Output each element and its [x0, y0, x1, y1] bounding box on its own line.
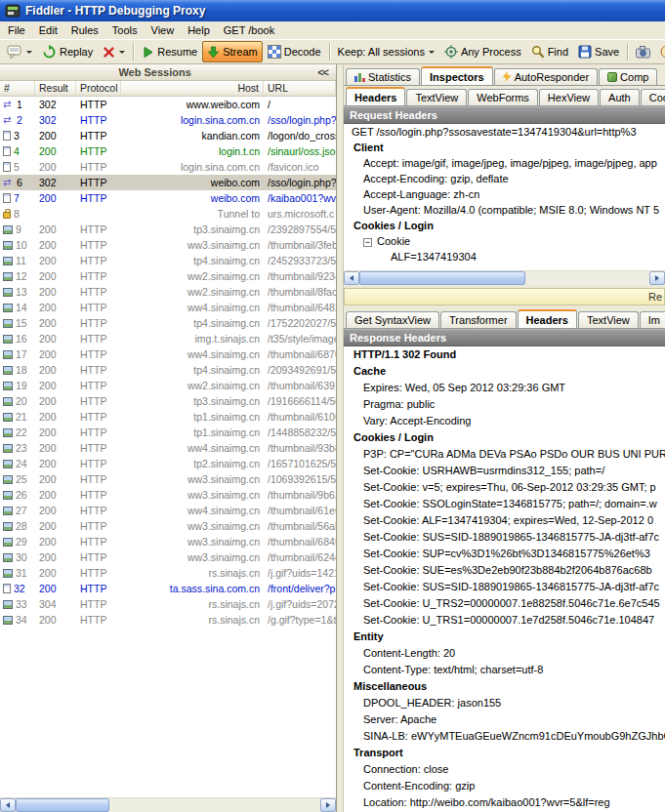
scroll-left-button[interactable]: [0, 798, 16, 812]
session-row[interactable]: 14200HTTPww4.sinaimg.cn/thumbnail/6482: [0, 300, 336, 315]
response-tab-headers[interactable]: Headers: [518, 309, 577, 329]
menu-view[interactable]: View: [145, 22, 182, 38]
tab-inspectors[interactable]: Inspectors: [421, 66, 493, 86]
scroll-track[interactable]: [109, 798, 320, 812]
request-header-line[interactable]: Accept-Language: zh-cn: [344, 186, 665, 202]
response-header-line[interactable]: Content-Length: 20: [344, 645, 665, 662]
keep-sessions-dropdown[interactable]: Keep: All sessions: [333, 41, 439, 62]
sessions-hscrollbar[interactable]: [0, 797, 336, 812]
response-header-line[interactable]: Set-Cookie: SUE=es%3De2eb90f23b884b2f206…: [344, 562, 665, 579]
comment-button[interactable]: [2, 41, 37, 62]
response-header-line[interactable]: SINA-LB: eWYyMTEuaGEueWZncm91cDEuYmoubG9…: [344, 728, 665, 745]
menu-get-book[interactable]: GET /book: [217, 22, 281, 38]
tab-autoresponder[interactable]: AutoResponder: [494, 68, 598, 85]
session-row[interactable]: 26200HTTPww3.sinaimg.cn/thumbnail/9b62: [0, 487, 336, 503]
request-tab-textview[interactable]: TextView: [406, 89, 467, 105]
session-row[interactable]: 12200HTTPww2.sinaimg.cn/thumbnail/9234: [0, 268, 336, 284]
tab-comp[interactable]: Comp: [599, 68, 657, 85]
request-header-line[interactable]: Accept-Encoding: gzip, deflate: [344, 171, 665, 186]
response-tab-transformer[interactable]: Transformer: [440, 311, 517, 328]
response-header-line[interactable]: Connection: close: [344, 761, 665, 778]
session-row[interactable]: 7200HTTPweibo.com/kaibao001?wvr=: [0, 190, 336, 206]
menu-edit[interactable]: Edit: [32, 22, 64, 38]
session-row[interactable]: 10200HTTPww3.sinaimg.cn/thumbnail/3feb: [0, 237, 336, 253]
response-header-line[interactable]: Location: http://weibo.com/kaibao001?wvr…: [344, 794, 665, 811]
screenshot-button[interactable]: [631, 41, 655, 62]
column-header-protocol[interactable]: Protocol: [76, 81, 121, 96]
session-row[interactable]: 28200HTTPww3.sinaimg.cn/thumbnail/56ab: [0, 518, 336, 534]
response-header-line[interactable]: Set-Cookie: SUP=cv%3D1%26bt%3D1346815775…: [344, 546, 665, 562]
session-row[interactable]: 9200HTTPtp3.sinaimg.cn/2392897554/50: [0, 222, 336, 237]
session-row[interactable]: 29200HTTPww3.sinaimg.cn/thumbnail/684f: [0, 534, 336, 549]
request-tab-cookies[interactable]: Cookies: [641, 89, 665, 105]
session-row[interactable]: 11200HTTPtp4.sinaimg.cn/2452933723/50: [0, 253, 336, 268]
collapse-panel-button[interactable]: <<: [310, 66, 336, 78]
response-header-line[interactable]: Set-Cookie: SSOLoginState=1346815775; pa…: [344, 496, 665, 512]
response-header-line[interactable]: Set-Cookie: v=5; expires=Thu, 06-Sep-201…: [344, 479, 665, 496]
request-section-header[interactable]: Cookies / Login: [344, 218, 665, 233]
tab-statistics[interactable]: Statistics: [346, 68, 420, 85]
response-tab-get-syntaxview[interactable]: Get SyntaxView: [346, 311, 439, 328]
decode-toggle-button[interactable]: Decode: [263, 41, 326, 62]
response-tab-im[interactable]: Im: [640, 311, 665, 328]
session-row[interactable]: 20200HTTPtp3.sinaimg.cn/1916666114/50: [0, 393, 336, 409]
response-section-header[interactable]: Cookies / Login: [344, 429, 665, 446]
remove-button[interactable]: [98, 41, 130, 62]
session-row[interactable]: 19200HTTPww2.sinaimg.cn/thumbnail/6391: [0, 378, 336, 393]
response-header-line[interactable]: Set-Cookie: U_TRS2=00000007.1e88258f.504…: [344, 595, 665, 612]
find-button[interactable]: Find: [526, 41, 573, 62]
session-row[interactable]: 33304HTTPrs.sinajs.cn/j.gif?uids=2072: [0, 596, 336, 612]
stream-toggle-button[interactable]: Stream: [202, 41, 262, 62]
response-header-line[interactable]: Expires: Wed, 05 Sep 2012 03:29:36 GMT: [344, 380, 665, 396]
column-header-result[interactable]: Result: [35, 81, 76, 96]
response-section-header[interactable]: Miscellaneous: [344, 678, 665, 695]
request-header-line[interactable]: −Cookie: [344, 233, 665, 249]
scroll-right-button[interactable]: [320, 798, 336, 812]
session-row[interactable]: 32200HTTPta.sass.sina.com.cn/front/deliv…: [0, 581, 336, 596]
request-tab-headers[interactable]: Headers: [346, 87, 405, 106]
response-status-line[interactable]: HTTP/1.1 302 Found: [344, 346, 665, 363]
session-row[interactable]: ⇄1302HTTPwww.weibo.com/: [0, 97, 336, 112]
response-header-line[interactable]: P3P: CP="CURa ADMa DEVa PSAo PSDo OUR BU…: [344, 446, 665, 463]
menu-tools[interactable]: Tools: [105, 22, 145, 38]
session-row[interactable]: 3200HTTPkandian.com/logon/do_cross: [0, 128, 336, 143]
response-header-line[interactable]: Content-Encoding: gzip: [344, 778, 665, 794]
response-header-line[interactable]: Set-Cookie: U_TRS1=00000007.1e7d258f.504…: [344, 612, 665, 629]
resume-button[interactable]: Resume: [137, 41, 202, 62]
save-button[interactable]: Save: [573, 41, 624, 62]
session-row[interactable]: 27200HTTPww4.sinaimg.cn/thumbnail/61e6: [0, 503, 336, 518]
timer-button[interactable]: [655, 41, 665, 62]
session-row[interactable]: 16200HTTPimg.t.sinajs.cn/t35/style/image: [0, 331, 336, 346]
session-row[interactable]: 31200HTTPrs.sinajs.cn/j.gif?uids=1421: [0, 565, 336, 581]
session-row[interactable]: 23200HTTPww4.sinaimg.cn/thumbnail/93b8: [0, 440, 336, 456]
response-header-line[interactable]: Set-Cookie: SUS=SID-1889019865-134681577…: [344, 579, 665, 595]
response-header-line[interactable]: Pragma: public: [344, 396, 665, 413]
session-row[interactable]: 8Tunnel tours.microsoft.c: [0, 206, 336, 222]
response-header-line[interactable]: Set-Cookie: SUS=SID-1889019865-134681577…: [344, 529, 665, 546]
session-row[interactable]: 22200HTTPtp1.sinaimg.cn/1448858232/50: [0, 425, 336, 440]
request-header-line[interactable]: User-Agent: Mozilla/4.0 (compatible; MSI…: [344, 202, 665, 218]
session-row[interactable]: ⇄6302HTTPweibo.com/sso/login.php?s: [0, 175, 336, 190]
session-row[interactable]: 18200HTTPtp4.sinaimg.cn/2093492691/50: [0, 362, 336, 378]
response-header-line[interactable]: Vary: Accept-Encoding: [344, 413, 665, 429]
menu-help[interactable]: Help: [181, 22, 217, 38]
panel-splitter[interactable]: [337, 64, 344, 812]
request-section-header[interactable]: Client: [344, 140, 665, 155]
session-row[interactable]: 21200HTTPtp1.sinaimg.cn/thumbnail/6106: [0, 409, 336, 425]
column-header-num[interactable]: #: [0, 81, 35, 96]
response-transform-bar[interactable]: Re: [344, 288, 665, 305]
scroll-track[interactable]: [525, 271, 649, 285]
response-header-line[interactable]: Content-Type: text/html; charset=utf-8: [344, 662, 665, 678]
request-tab-hexview[interactable]: HexView: [539, 89, 599, 105]
session-row[interactable]: 15200HTTPtp4.sinaimg.cn/1752202027/50: [0, 315, 336, 331]
menu-file[interactable]: File: [1, 22, 32, 38]
scroll-right-button[interactable]: [649, 271, 665, 285]
response-header-line[interactable]: Set-Cookie: ALF=1347419304; expires=Wed,…: [344, 512, 665, 529]
session-row[interactable]: 4200HTTPlogin.t.cn/sinaurl/oss.json: [0, 143, 336, 159]
response-header-line[interactable]: Server: Apache: [344, 711, 665, 728]
response-section-header[interactable]: Transport: [344, 745, 665, 761]
column-header-url[interactable]: URL: [264, 81, 336, 96]
request-header-line[interactable]: ALF=1347419304: [344, 249, 665, 264]
request-hscrollbar[interactable]: [344, 270, 665, 285]
session-row[interactable]: 13200HTTPww2.sinaimg.cn/thumbnail/8fac: [0, 284, 336, 300]
